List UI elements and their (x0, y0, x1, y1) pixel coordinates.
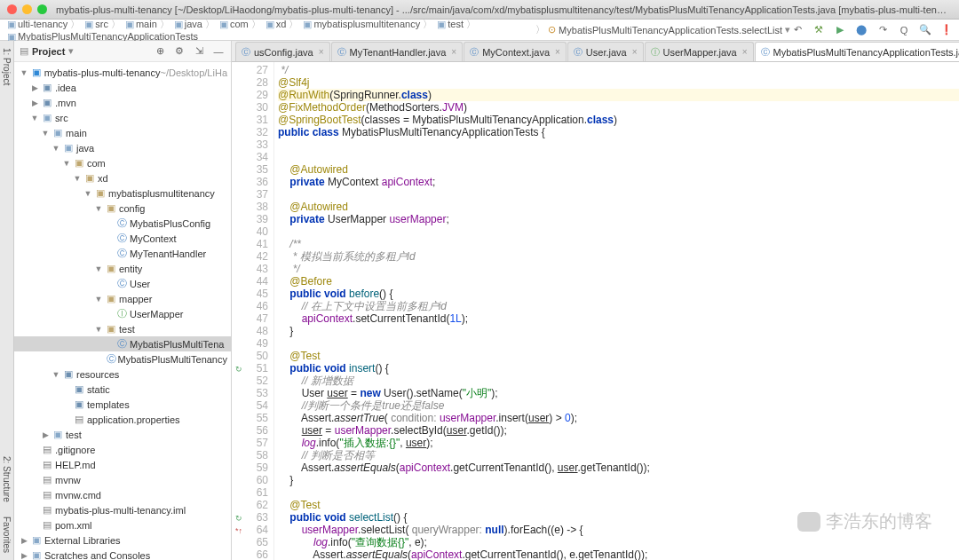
code-text[interactable]: */@Slf4j@RunWith(SpringRunner.class)@Fix… (274, 62, 959, 560)
hammer-icon[interactable]: ⚒ (812, 23, 826, 37)
minimize-icon[interactable] (22, 4, 32, 14)
window-controls (7, 4, 47, 14)
close-icon[interactable]: × (451, 47, 456, 57)
tree-row[interactable]: ▼▣src (14, 110, 231, 125)
tree-row[interactable]: ▤mvnw.cmd (14, 487, 231, 502)
tab-structure[interactable]: 2: Structure (0, 449, 13, 509)
tree-row[interactable]: ▤HELP.md (14, 457, 231, 472)
tree-row[interactable]: ⒸMybatisPlusMultiTena (14, 336, 231, 351)
breadcrumb-item[interactable]: test (448, 19, 464, 29)
events-icon[interactable]: ❗ (939, 23, 954, 37)
search-icon[interactable]: Q (897, 23, 911, 37)
tree-row[interactable]: ⒸMybatisPlusConfig (14, 216, 231, 231)
run-icon[interactable]: ▶ (833, 23, 847, 37)
tree-row[interactable]: ▼▣xd (14, 170, 231, 185)
breadcrumb-item[interactable]: xd (276, 19, 287, 29)
tree-row[interactable]: ▼▣mapper (14, 291, 231, 306)
code-area[interactable]: 2728293031323334353637383940414243444546… (232, 62, 959, 560)
tree-row[interactable]: ▣templates (14, 397, 231, 412)
panel-header: ▤ Project ▾ ⊕⚙⇲— (14, 41, 231, 62)
editor-tabs: ⒸusConfig.java×ⒸMyTenantHandler.java×ⒸMy… (232, 41, 959, 62)
tree-row[interactable]: ▶▣.idea (14, 80, 231, 95)
tree-row[interactable]: ▤application.properties (14, 412, 231, 427)
breadcrumb-item[interactable]: java (185, 19, 202, 29)
tree-row[interactable]: ▶▣.mvn (14, 95, 231, 110)
tree-row[interactable]: ▤mvnw (14, 472, 231, 487)
panel-op-icon[interactable]: ⚙ (172, 44, 186, 59)
tree-row[interactable]: ▼▣mybatis-plus-multi-tenancy ~/Desktop/L… (14, 65, 231, 80)
tree-row[interactable]: ⒸUser (14, 276, 231, 291)
panel-title: Project (32, 46, 65, 57)
close-icon[interactable] (7, 4, 17, 14)
editor-tab[interactable]: ⒸusConfig.java× (235, 42, 330, 61)
breadcrumb-item[interactable]: com (230, 19, 249, 29)
editor: ⒸusConfig.java×ⒸMyTenantHandler.java×ⒸMy… (232, 41, 959, 560)
tab-favorites[interactable]: Favorites (0, 509, 13, 560)
panel-op-icon[interactable]: — (211, 44, 226, 59)
tree-row[interactable]: ⒾUserMapper (14, 306, 231, 321)
project-panel: ▤ Project ▾ ⊕⚙⇲— ▼▣mybatis-plus-multi-te… (14, 41, 232, 560)
editor-tab[interactable]: ⒸUser.java× (567, 42, 644, 61)
tree-row[interactable]: ▼▣config (14, 201, 231, 216)
window-title: mybatis-plus-multi-tenancy [~/Desktop/Li… (56, 4, 952, 15)
debug-icon[interactable]: ⬤ (854, 23, 868, 37)
tree-row[interactable]: ▣static (14, 382, 231, 397)
zoom-icon[interactable] (37, 4, 47, 14)
tree-row[interactable]: ⒸMyContext (14, 231, 231, 246)
editor-tab[interactable]: ⒸMyContext.java× (464, 42, 567, 61)
tree-row[interactable]: ▶▣test (14, 427, 231, 442)
tree-row[interactable]: ⒸMybatisPlusMultiTenancy (14, 351, 231, 367)
breadcrumb-item[interactable]: ulti-tenancy (18, 19, 67, 29)
breadcrumb-item[interactable]: main (136, 19, 157, 29)
tab-project[interactable]: 1: Project (0, 41, 13, 92)
panel-op-icon[interactable]: ⊕ (153, 44, 167, 59)
breadcrumb-item[interactable]: mybatisplusmultitenancy (313, 19, 420, 29)
breadcrumb-item[interactable]: src (95, 19, 108, 29)
tree-row[interactable]: ▼▣java (14, 140, 231, 155)
panel-op-icon[interactable]: ⇲ (192, 44, 206, 59)
tree-row[interactable]: ▼▣main (14, 125, 231, 140)
editor-tab[interactable]: ⒸMyTenantHandler.java× (331, 42, 464, 61)
back-icon[interactable]: ↶ (790, 23, 804, 37)
tree-row[interactable]: ▶▣External Libraries (14, 532, 231, 548)
close-icon[interactable]: × (632, 47, 638, 57)
tree-row[interactable]: ▤mybatis-plus-multi-tenancy.iml (14, 502, 231, 517)
left-gutter: 1: Project 2: Structure Favorites (0, 41, 14, 560)
tree-row[interactable]: ▼▣com (14, 155, 231, 170)
tree-row[interactable]: ▤pom.xml (14, 517, 231, 532)
tree-row[interactable]: ▼▣resources (14, 367, 231, 382)
editor-tab[interactable]: ⒾUserMapper.java× (645, 42, 754, 61)
breadcrumb-item[interactable]: MybatisPlusMultiTenancyApplicationTests (18, 31, 198, 42)
close-icon[interactable]: × (742, 47, 748, 57)
breadcrumb-method[interactable]: MybatisPlusMultiTenancyApplicationTests.… (559, 25, 782, 35)
close-icon[interactable]: × (319, 47, 324, 57)
tree-row[interactable]: ▼▣test (14, 321, 231, 336)
tree-row[interactable]: ▼▣entity (14, 261, 231, 276)
editor-tab[interactable]: ⒸMybatisPlusMultiTenancyApplicationTests… (755, 42, 959, 61)
gutter: 2728293031323334353637383940414243444546… (232, 62, 274, 560)
find-icon[interactable]: 🔍 (918, 23, 932, 37)
tree-row[interactable]: ▶▣Scratches and Consoles (14, 548, 231, 560)
close-icon[interactable]: × (555, 47, 560, 57)
project-tree[interactable]: ▼▣mybatis-plus-multi-tenancy ~/Desktop/L… (14, 62, 231, 560)
stop-icon[interactable]: ↷ (876, 23, 890, 37)
tree-row[interactable]: ⒸMyTenantHandler (14, 246, 231, 261)
tree-row[interactable]: ▤.gitignore (14, 442, 231, 457)
breadcrumb: ▣ulti-tenancy〉▣src〉▣main〉▣java〉▣com〉▣xd〉… (0, 20, 959, 41)
toolbar-right: ↶ ⚒ ▶ ⬤ ↷ Q 🔍 ❗ (790, 23, 954, 37)
tree-row[interactable]: ▼▣mybatisplusmultitenancy (14, 185, 231, 201)
